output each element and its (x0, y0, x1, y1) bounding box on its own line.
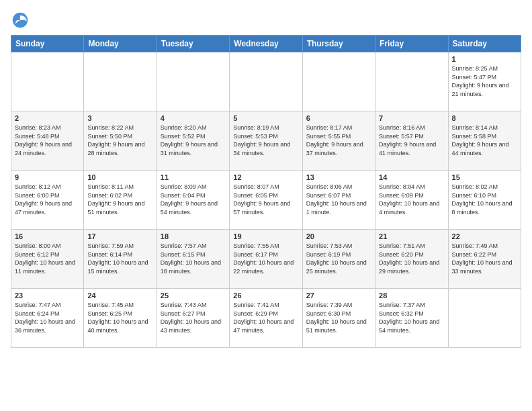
day-info: Sunrise: 8:12 AM Sunset: 6:00 PM Dayligh… (15, 183, 80, 216)
calendar-cell: 24 Sunrise: 7:45 AM Sunset: 6:25 PM Dayl… (84, 289, 157, 348)
calendar-cell: 1 Sunrise: 8:25 AM Sunset: 5:47 PM Dayli… (448, 52, 521, 111)
day-number: 27 (306, 291, 371, 300)
day-number: 4 (161, 114, 226, 122)
calendar-cell (230, 52, 302, 111)
day-info: Sunrise: 7:57 AM Sunset: 6:15 PM Dayligh… (161, 242, 226, 275)
calendar-cell: 13 Sunrise: 8:06 AM Sunset: 6:07 PM Dayl… (302, 171, 375, 230)
day-number: 20 (306, 232, 371, 240)
calendar-cell: 16 Sunrise: 8:00 AM Sunset: 6:12 PM Dayl… (11, 230, 84, 289)
calendar-cell: 4 Sunrise: 8:20 AM Sunset: 5:52 PM Dayli… (157, 111, 229, 171)
day-number: 15 (452, 173, 517, 181)
week-row-0: 1 Sunrise: 8:25 AM Sunset: 5:47 PM Dayli… (11, 52, 521, 111)
day-number: 14 (379, 173, 444, 181)
day-info: Sunrise: 8:19 AM Sunset: 5:53 PM Dayligh… (233, 124, 298, 157)
day-number: 5 (233, 114, 298, 122)
day-info: Sunrise: 7:55 AM Sunset: 6:17 PM Dayligh… (233, 242, 298, 275)
calendar-cell: 20 Sunrise: 7:53 AM Sunset: 6:19 PM Dayl… (302, 230, 375, 289)
day-number: 12 (233, 173, 298, 181)
day-number: 6 (306, 114, 371, 122)
day-number: 24 (87, 291, 152, 300)
day-info: Sunrise: 8:06 AM Sunset: 6:07 PM Dayligh… (306, 183, 371, 216)
day-info: Sunrise: 7:37 AM Sunset: 6:32 PM Dayligh… (379, 301, 444, 334)
day-number: 18 (161, 232, 226, 240)
day-info: Sunrise: 8:07 AM Sunset: 6:05 PM Dayligh… (233, 183, 298, 216)
calendar-cell: 7 Sunrise: 8:16 AM Sunset: 5:57 PM Dayli… (375, 111, 448, 171)
calendar-cell: 21 Sunrise: 7:51 AM Sunset: 6:20 PM Dayl… (375, 230, 448, 289)
day-info: Sunrise: 7:45 AM Sunset: 6:25 PM Dayligh… (87, 301, 152, 334)
day-info: Sunrise: 8:17 AM Sunset: 5:55 PM Dayligh… (306, 124, 371, 157)
day-number: 22 (452, 232, 517, 240)
calendar-cell: 15 Sunrise: 8:02 AM Sunset: 6:10 PM Dayl… (448, 171, 521, 230)
day-number: 11 (161, 173, 226, 181)
weekday-header-friday: Friday (375, 36, 448, 52)
calendar-cell (84, 52, 157, 111)
calendar-body: 1 Sunrise: 8:25 AM Sunset: 5:47 PM Dayli… (11, 52, 521, 348)
day-info: Sunrise: 8:02 AM Sunset: 6:10 PM Dayligh… (452, 183, 517, 216)
calendar-cell (157, 52, 229, 111)
day-info: Sunrise: 8:22 AM Sunset: 5:50 PM Dayligh… (87, 124, 152, 157)
day-info: Sunrise: 8:25 AM Sunset: 5:47 PM Dayligh… (452, 64, 517, 98)
calendar-cell (448, 289, 521, 348)
calendar-cell: 8 Sunrise: 8:14 AM Sunset: 5:58 PM Dayli… (448, 111, 521, 171)
day-number: 28 (379, 291, 444, 300)
day-number: 21 (379, 232, 444, 240)
logo (11, 11, 32, 30)
calendar-cell: 5 Sunrise: 8:19 AM Sunset: 5:53 PM Dayli… (230, 111, 302, 171)
day-info: Sunrise: 7:39 AM Sunset: 6:30 PM Dayligh… (306, 301, 371, 334)
calendar-cell: 9 Sunrise: 8:12 AM Sunset: 6:00 PM Dayli… (11, 171, 84, 230)
weekday-header-saturday: Saturday (448, 36, 521, 52)
weekday-header-row: SundayMondayTuesdayWednesdayThursdayFrid… (11, 36, 521, 52)
logo-icon (11, 11, 30, 30)
day-info: Sunrise: 7:51 AM Sunset: 6:20 PM Dayligh… (379, 242, 444, 275)
header (11, 11, 521, 30)
day-number: 16 (15, 232, 80, 240)
calendar-cell: 25 Sunrise: 7:43 AM Sunset: 6:27 PM Dayl… (157, 289, 229, 348)
calendar-cell: 19 Sunrise: 7:55 AM Sunset: 6:17 PM Dayl… (230, 230, 302, 289)
calendar-cell: 6 Sunrise: 8:17 AM Sunset: 5:55 PM Dayli… (302, 111, 375, 171)
calendar-cell: 22 Sunrise: 7:49 AM Sunset: 6:22 PM Dayl… (448, 230, 521, 289)
day-number: 3 (87, 114, 152, 122)
day-number: 10 (87, 173, 152, 181)
calendar-cell (375, 52, 448, 111)
day-info: Sunrise: 7:49 AM Sunset: 6:22 PM Dayligh… (452, 242, 517, 275)
day-info: Sunrise: 7:59 AM Sunset: 6:14 PM Dayligh… (87, 242, 152, 275)
day-info: Sunrise: 7:53 AM Sunset: 6:19 PM Dayligh… (306, 242, 371, 275)
day-number: 17 (87, 232, 152, 240)
week-row-4: 23 Sunrise: 7:47 AM Sunset: 6:24 PM Dayl… (11, 289, 521, 348)
day-number: 7 (379, 114, 444, 122)
day-number: 19 (233, 232, 298, 240)
day-info: Sunrise: 7:41 AM Sunset: 6:29 PM Dayligh… (233, 301, 298, 334)
week-row-1: 2 Sunrise: 8:23 AM Sunset: 5:48 PM Dayli… (11, 111, 521, 171)
calendar-cell: 11 Sunrise: 8:09 AM Sunset: 6:04 PM Dayl… (157, 171, 229, 230)
calendar-cell (11, 52, 84, 111)
day-number: 23 (15, 291, 80, 300)
day-info: Sunrise: 8:00 AM Sunset: 6:12 PM Dayligh… (15, 242, 80, 275)
day-info: Sunrise: 8:14 AM Sunset: 5:58 PM Dayligh… (452, 124, 517, 157)
calendar-cell: 26 Sunrise: 7:41 AM Sunset: 6:29 PM Dayl… (230, 289, 302, 348)
calendar-cell (302, 52, 375, 111)
weekday-header-sunday: Sunday (11, 36, 84, 52)
calendar-cell: 27 Sunrise: 7:39 AM Sunset: 6:30 PM Dayl… (302, 289, 375, 348)
day-info: Sunrise: 7:43 AM Sunset: 6:27 PM Dayligh… (161, 301, 226, 334)
calendar-cell: 10 Sunrise: 8:11 AM Sunset: 6:02 PM Dayl… (84, 171, 157, 230)
calendar-cell: 14 Sunrise: 8:04 AM Sunset: 6:09 PM Dayl… (375, 171, 448, 230)
day-number: 25 (161, 291, 226, 300)
day-info: Sunrise: 8:09 AM Sunset: 6:04 PM Dayligh… (161, 183, 226, 216)
week-row-3: 16 Sunrise: 8:00 AM Sunset: 6:12 PM Dayl… (11, 230, 521, 289)
calendar: SundayMondayTuesdayWednesdayThursdayFrid… (11, 35, 521, 348)
day-info: Sunrise: 8:23 AM Sunset: 5:48 PM Dayligh… (15, 124, 80, 157)
day-number: 8 (452, 114, 517, 122)
weekday-header-thursday: Thursday (302, 36, 375, 52)
day-info: Sunrise: 7:47 AM Sunset: 6:24 PM Dayligh… (15, 301, 80, 334)
day-info: Sunrise: 8:16 AM Sunset: 5:57 PM Dayligh… (379, 124, 444, 157)
weekday-header-monday: Monday (84, 36, 157, 52)
day-number: 2 (15, 114, 80, 122)
calendar-cell: 2 Sunrise: 8:23 AM Sunset: 5:48 PM Dayli… (11, 111, 84, 171)
calendar-cell: 3 Sunrise: 8:22 AM Sunset: 5:50 PM Dayli… (84, 111, 157, 171)
week-row-2: 9 Sunrise: 8:12 AM Sunset: 6:00 PM Dayli… (11, 171, 521, 230)
day-info: Sunrise: 8:11 AM Sunset: 6:02 PM Dayligh… (87, 183, 152, 216)
calendar-cell: 23 Sunrise: 7:47 AM Sunset: 6:24 PM Dayl… (11, 289, 84, 348)
day-number: 26 (233, 291, 298, 300)
day-number: 13 (306, 173, 371, 181)
day-info: Sunrise: 8:20 AM Sunset: 5:52 PM Dayligh… (161, 124, 226, 157)
